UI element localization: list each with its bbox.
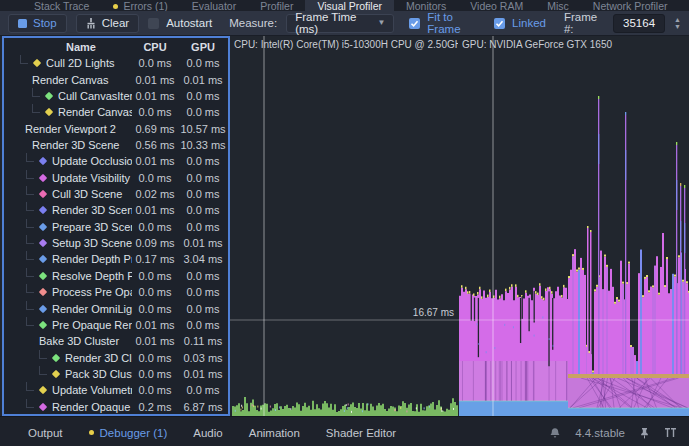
tree-row[interactable]: Render OmniLight Sha...0.0 ms0.0 ms [4, 300, 228, 316]
tab-stack-trace[interactable]: Stack Trace [22, 0, 101, 11]
row-gpu-time: 0.0 ms [178, 188, 228, 200]
linked-checkbox[interactable]: Linked [494, 17, 546, 29]
tree-row[interactable]: Bake 3D Cluster0.01 ms0.11 ms [4, 333, 228, 349]
category-diamond-icon [39, 304, 47, 312]
notification-bell-icon[interactable] [549, 427, 561, 439]
column-header-name[interactable]: Name [4, 41, 132, 53]
tree-row[interactable]: Prepare 3D Scene0.0 ms0.0 ms [4, 219, 228, 235]
row-gpu-time: 0.0 ms [178, 221, 228, 233]
tree-row[interactable]: Cull 3D Scene0.02 ms0.0 ms [4, 186, 228, 202]
fit-to-frame-checkbox-box [409, 18, 420, 29]
tab-errors-1-[interactable]: Errors (1) [101, 0, 179, 11]
row-gpu-time: 0.0 ms [178, 204, 228, 216]
tab-misc[interactable]: Misc [535, 0, 581, 11]
bottom-panel-animation[interactable]: Animation [249, 427, 300, 439]
frame-number-stepper[interactable]: ▲ ▼ [674, 17, 681, 30]
column-header-gpu[interactable]: GPU [178, 41, 228, 53]
tree-row[interactable]: Render 3D Scene0.56 ms10.33 ms [4, 137, 228, 153]
cpu-frame-time-graph[interactable]: 16.67 msCPU: Intel(R) Core(TM) i5-10300H… [230, 36, 458, 416]
tree-row[interactable]: Update Occlusion Buff...0.01 ms0.0 ms [4, 153, 228, 169]
tree-row[interactable]: Render Canvas0.01 ms0.01 ms [4, 71, 228, 87]
tree-row[interactable]: Render CanvasItems0.0 ms0.0 ms [4, 104, 228, 120]
tree-row[interactable]: Render Viewport 20.69 ms10.57 ms [4, 120, 228, 136]
tree-branch-line [26, 382, 34, 391]
tree-branch-line [26, 170, 34, 179]
tree-row[interactable]: Resolve Depth Pre-Pas...0.0 ms0.0 ms [4, 268, 228, 284]
category-diamond-icon [52, 353, 60, 361]
autostart-checkbox[interactable]: Autostart [148, 17, 212, 29]
stop-icon [18, 19, 27, 28]
frame-number-input[interactable]: 35164 [613, 14, 665, 33]
clear-button[interactable]: Clear [76, 14, 139, 33]
tree-row[interactable]: Render Depth Pre-Pass0.17 ms3.04 ms [4, 251, 228, 267]
stop-button[interactable]: Stop [8, 14, 67, 33]
row-name: Bake 3D Cluster [39, 335, 119, 347]
warning-dot-icon [113, 4, 118, 9]
row-cpu-time: 0.69 ms [132, 123, 178, 135]
debugger-tab-bar: Stack TraceErrors (1)EvaluatorProfilerVi… [0, 0, 689, 11]
row-gpu-time: 0.0 ms [178, 172, 228, 184]
category-diamond-icon [39, 239, 47, 247]
row-name: Update Visibility Depe... [52, 172, 132, 184]
version-label[interactable]: 4.4.stable [575, 427, 625, 439]
row-cpu-time: 0.0 ms [132, 106, 178, 118]
tree-row[interactable]: Render Opaque Pass0.2 ms6.87 ms [4, 399, 228, 415]
measure-dropdown[interactable]: Frame Time (ms) ▼ [286, 14, 394, 33]
profiler-tree-panel[interactable]: Name CPU GPU Cull 2D Lights0.0 ms0.0 msR… [2, 36, 230, 416]
bottom-panel-output[interactable]: Output [28, 427, 63, 439]
bottom-panel-label: Shader Editor [326, 427, 396, 439]
column-header-cpu[interactable]: CPU [132, 41, 178, 53]
tree-row[interactable]: Cull CanvasItem Tree0.01 ms0.0 ms [4, 88, 228, 104]
spinner-up-icon[interactable]: ▲ [674, 17, 681, 23]
tree-row[interactable]: Pack 3D Cluster Ele...0.0 ms0.01 ms [4, 366, 228, 382]
row-gpu-time: 0.01 ms [178, 237, 228, 249]
tab-video-ram[interactable]: Video RAM [458, 0, 535, 11]
row-gpu-time: 0.0 ms [178, 303, 228, 315]
row-name: Resolve Depth Pre-Pas... [52, 270, 132, 282]
category-diamond-icon [39, 173, 47, 181]
tab-network-profiler[interactable]: Network Profiler [581, 0, 680, 11]
category-diamond-icon [52, 370, 60, 378]
category-diamond-icon [39, 321, 47, 329]
tree-branch-line [26, 268, 34, 277]
gpu-frame-time-graph[interactable]: 16.67 msGPU: NVIDIA GeForce GTX 1650 [458, 36, 689, 416]
category-diamond-icon [39, 206, 47, 214]
tree-row[interactable]: Render 3D Cluster El...0.0 ms0.03 ms [4, 349, 228, 365]
bottom-panel-debugger-1-[interactable]: Debugger (1) [89, 427, 168, 439]
row-gpu-time: 0.0 ms [178, 57, 228, 69]
row-name: Render 3D Scene [52, 204, 132, 216]
row-gpu-time: 10.33 ms [178, 139, 228, 151]
tree-row[interactable]: Update Visibility Depe...0.0 ms0.0 ms [4, 170, 228, 186]
expand-bottom-panel-icon[interactable] [664, 427, 677, 438]
bottom-panel-label: Animation [249, 427, 300, 439]
tab-label: Evaluator [192, 0, 236, 11]
pin-bottom-panel-icon[interactable] [639, 427, 650, 439]
profiler-toolbar: Stop Clear Autostart Measure: Frame Time… [0, 11, 689, 36]
tree-row[interactable]: Cull 2D Lights0.0 ms0.0 ms [4, 55, 228, 71]
tab-profiler[interactable]: Profiler [248, 0, 305, 11]
profiler-tree: Cull 2D Lights0.0 ms0.0 msRender Canvas0… [4, 55, 228, 415]
row-name: Pack 3D Cluster Ele... [65, 368, 132, 380]
tree-branch-line [39, 350, 47, 359]
category-diamond-icon [45, 92, 53, 100]
row-cpu-time: 0.01 ms [132, 90, 178, 102]
linked-label: Linked [512, 17, 546, 29]
bottom-panel-audio[interactable]: Audio [193, 427, 222, 439]
tab-visual-profiler[interactable]: Visual Profiler [305, 0, 394, 11]
tree-row[interactable]: Update Volumetric Fog0.0 ms0.0 ms [4, 382, 228, 398]
tree-row[interactable]: Setup 3D Scene0.09 ms0.01 ms [4, 235, 228, 251]
frame-time-graphs[interactable]: 16.67 msCPU: Intel(R) Core(TM) i5-10300H… [230, 36, 689, 416]
tree-row[interactable]: Process Pre Opaque C...0.0 ms0.0 ms [4, 284, 228, 300]
category-diamond-icon [39, 402, 47, 410]
bottom-panel-label: Debugger (1) [100, 427, 168, 439]
tab-monitors[interactable]: Monitors [394, 0, 458, 11]
tab-evaluator[interactable]: Evaluator [180, 0, 248, 11]
tree-row[interactable]: Pre Opaque Render0.01 ms0.0 ms [4, 317, 228, 333]
fit-to-frame-checkbox[interactable]: Fit to Frame [409, 11, 479, 35]
stop-button-label: Stop [33, 17, 57, 29]
tree-branch-line [32, 104, 40, 113]
bottom-panel-shader-editor[interactable]: Shader Editor [326, 427, 396, 439]
tree-row[interactable]: Render 3D Scene0.01 ms0.0 ms [4, 202, 228, 218]
spinner-down-icon[interactable]: ▼ [674, 24, 681, 30]
row-cpu-time: 0.02 ms [132, 188, 178, 200]
